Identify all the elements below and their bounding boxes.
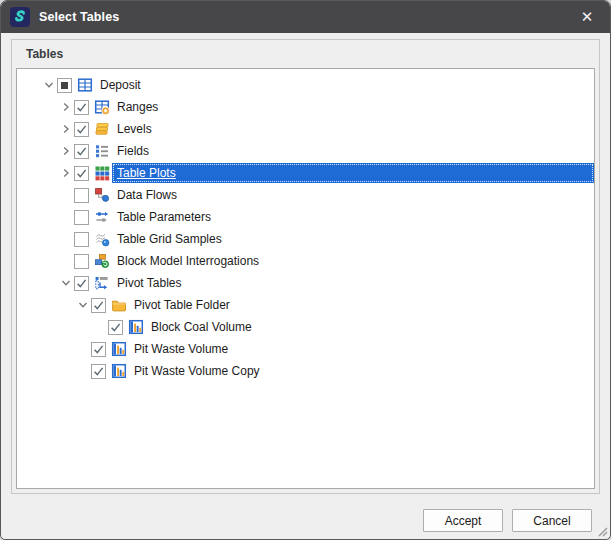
tree-row-levels[interactable]: Levels [17,118,594,140]
data-flows-icon [93,187,110,203]
chevron-down-icon[interactable] [75,297,91,313]
checkbox-checked[interactable] [108,320,123,335]
tree-item-label: Table Plots [112,164,181,183]
tree-row-deposit[interactable]: Deposit [17,74,594,96]
checkbox-unchecked[interactable] [74,254,89,269]
fields-list-icon [93,143,110,159]
pivot-icon [93,275,110,291]
tree-item-label: Pivot Table Folder [129,296,235,315]
resize-grip[interactable] [596,525,609,538]
checkbox-unchecked[interactable] [74,232,89,247]
chevron-right-icon[interactable] [58,165,74,181]
chevron-down-icon[interactable] [58,275,74,291]
chevron-down-icon[interactable] [41,77,57,93]
tree-row-block-model-interrogations[interactable]: Block Model Interrogations [17,250,594,272]
checkbox-unchecked[interactable] [74,188,89,203]
dialog-body: Tables DepositRangesLevelsFieldsTable Pl… [1,33,610,539]
checkbox-checked[interactable] [74,276,89,291]
tree-label-area[interactable]: Data Flows [112,185,594,205]
bar-chart-icon [127,319,144,335]
tree-item-label: Block Coal Volume [146,318,257,337]
parameters-icon [93,209,110,225]
tree-row-table-plots[interactable]: Table Plots [17,162,594,184]
tree-item-label: Pit Waste Volume [129,340,233,359]
tree-row-ranges[interactable]: Ranges [17,96,594,118]
checkbox-checked[interactable] [74,122,89,137]
buttons-bar: Accept Cancel [423,509,592,532]
tree-label-area[interactable]: Pit Waste Volume Copy [129,361,594,381]
expander-spacer [58,231,74,247]
checkbox-checked[interactable] [91,298,106,313]
accept-button[interactable]: Accept [423,509,503,532]
block-model-icon [93,253,110,269]
tree-label-area[interactable]: Pivot Table Folder [129,295,594,315]
tree-label-area[interactable]: Table Plots [112,163,594,183]
tree-row-data-flows[interactable]: Data Flows [17,184,594,206]
tree-label-area[interactable]: Fields [112,141,594,161]
tree-label-area[interactable]: Levels [112,119,594,139]
tree-row-block-coal-volume[interactable]: Block Coal Volume [17,316,594,338]
tree-row-pivot-table-folder[interactable]: Pivot Table Folder [17,294,594,316]
checkbox-checked[interactable] [74,144,89,159]
checkbox-unchecked[interactable] [74,210,89,225]
bar-chart-icon [110,363,127,379]
tree-row-table-parameters[interactable]: Table Parameters [17,206,594,228]
tree-item-label: Table Parameters [112,208,216,227]
expander-spacer [58,187,74,203]
tree-item-label: Table Grid Samples [112,230,227,249]
window-title: Select Tables [39,10,570,24]
groupbox-label: Tables [26,47,63,61]
tree-label-area[interactable]: Deposit [95,75,594,95]
tree-item-label: Block Model Interrogations [112,252,264,271]
tree-row-table-grid-samples[interactable]: Table Grid Samples [17,228,594,250]
tree-label-area[interactable]: Pit Waste Volume [129,339,594,359]
expander-spacer [58,253,74,269]
table-icon [76,77,93,93]
checkbox-checked[interactable] [74,166,89,181]
tree-row-pit-waste-volume-copy[interactable]: Pit Waste Volume Copy [17,360,594,382]
expander-spacer [75,341,91,357]
tree-label-area[interactable]: Block Model Interrogations [112,251,594,271]
tree-item-label: Fields [112,142,154,161]
close-icon[interactable]: ✕ [570,4,604,30]
tree[interactable]: DepositRangesLevelsFieldsTable PlotsData… [16,68,595,489]
tree-item-label: Pit Waste Volume Copy [129,362,265,381]
folder-icon [110,297,127,313]
checkbox-checked[interactable] [91,342,106,357]
checkbox-checked[interactable] [74,100,89,115]
tree-row-fields[interactable]: Fields [17,140,594,162]
tables-groupbox: Tables DepositRangesLevelsFieldsTable Pl… [11,39,600,494]
chevron-right-icon[interactable] [58,121,74,137]
chevron-right-icon[interactable] [58,143,74,159]
layers-icon [93,121,110,137]
checkbox-checked[interactable] [91,364,106,379]
grid-samples-icon [93,231,110,247]
expander-spacer [58,209,74,225]
select-tables-dialog: Select Tables ✕ Tables DepositRangesLeve… [0,0,611,540]
tree-row-pit-waste-volume[interactable]: Pit Waste Volume [17,338,594,360]
table-add-icon [93,99,110,115]
tree-item-label: Ranges [112,98,163,117]
titlebar[interactable]: Select Tables ✕ [1,1,610,33]
tree-item-label: Data Flows [112,186,182,205]
bar-chart-icon [110,341,127,357]
table-plots-grid-icon [93,165,110,181]
tree-label-area[interactable]: Ranges [112,97,594,117]
tree-label-area[interactable]: Block Coal Volume [146,317,594,337]
tree-label-area[interactable]: Pivot Tables [112,273,594,293]
cancel-button[interactable]: Cancel [512,509,592,532]
tree-item-label: Deposit [95,76,146,95]
tree-item-label: Pivot Tables [112,274,186,293]
expander-spacer [92,319,108,335]
checkbox-indeterminate[interactable] [57,78,72,93]
chevron-right-icon[interactable] [58,99,74,115]
expander-spacer [75,363,91,379]
app-logo-icon [10,7,30,27]
tree-row-pivot-tables[interactable]: Pivot Tables [17,272,594,294]
tree-item-label: Levels [112,120,157,139]
tree-label-area[interactable]: Table Parameters [112,207,594,227]
tree-label-area[interactable]: Table Grid Samples [112,229,594,249]
